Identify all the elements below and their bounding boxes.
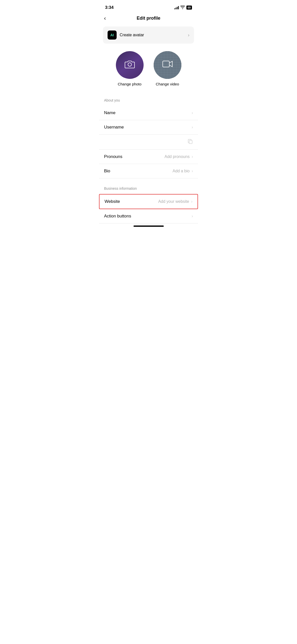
username-right: › bbox=[192, 125, 193, 130]
name-chevron: › bbox=[192, 111, 193, 115]
website-row[interactable]: Website Add your website › bbox=[99, 194, 198, 209]
bio-right: Add a bio › bbox=[173, 169, 193, 173]
change-photo-label: Change photo bbox=[118, 82, 141, 86]
ai-icon: AI bbox=[108, 30, 117, 40]
status-time: 3:34 bbox=[105, 5, 114, 10]
bio-row[interactable]: Bio Add a bio › bbox=[99, 164, 198, 178]
change-video-label: Change video bbox=[156, 82, 179, 86]
home-bar bbox=[134, 226, 164, 227]
pronouns-right: Add pronouns › bbox=[164, 154, 193, 159]
status-bar: 3:34 69 bbox=[99, 0, 198, 13]
website-chevron: › bbox=[191, 199, 192, 204]
action-buttons-right: › bbox=[192, 214, 193, 218]
bio-label: Bio bbox=[104, 169, 110, 174]
business-section: Business information Website Add your we… bbox=[99, 184, 198, 223]
change-video-circle bbox=[154, 51, 181, 79]
copy-area bbox=[99, 135, 198, 150]
create-avatar-chevron: › bbox=[188, 33, 189, 38]
home-indicator bbox=[99, 223, 198, 228]
svg-rect-1 bbox=[163, 61, 169, 67]
bio-value: Add a bio bbox=[173, 169, 190, 173]
action-buttons-row[interactable]: Action buttons › bbox=[99, 209, 198, 223]
about-you-section-header: About you bbox=[99, 96, 198, 106]
page-title: Edit profile bbox=[137, 16, 160, 21]
signal-icon bbox=[174, 6, 179, 9]
pronouns-label: Pronouns bbox=[104, 154, 122, 159]
back-button[interactable]: ‹ bbox=[104, 15, 106, 22]
status-icons: 69 bbox=[174, 6, 192, 10]
username-label: Username bbox=[104, 125, 124, 130]
page-header: ‹ Edit profile bbox=[99, 13, 198, 24]
pronouns-row[interactable]: Pronouns Add pronouns › bbox=[99, 150, 198, 164]
action-buttons-chevron: › bbox=[192, 214, 193, 218]
website-value: Add your website bbox=[158, 199, 189, 204]
svg-rect-2 bbox=[189, 140, 192, 144]
business-section-header: Business information bbox=[99, 184, 198, 194]
name-label: Name bbox=[104, 110, 115, 115]
wifi-icon bbox=[180, 6, 185, 10]
website-right: Add your website › bbox=[158, 199, 192, 204]
svg-point-0 bbox=[128, 63, 131, 66]
username-row[interactable]: Username › bbox=[99, 120, 198, 135]
battery-icon: 69 bbox=[186, 6, 192, 10]
copy-icon[interactable] bbox=[187, 139, 193, 145]
media-section: Change photo Change video bbox=[99, 49, 198, 96]
video-icon bbox=[162, 60, 173, 70]
change-photo-circle bbox=[116, 51, 144, 79]
name-right: › bbox=[192, 111, 193, 115]
name-row[interactable]: Name › bbox=[99, 106, 198, 120]
pronouns-chevron: › bbox=[192, 154, 193, 159]
username-chevron: › bbox=[192, 125, 193, 130]
action-buttons-label: Action buttons bbox=[104, 214, 131, 219]
camera-icon bbox=[125, 59, 135, 71]
website-label: Website bbox=[105, 199, 120, 204]
change-video-item[interactable]: Change video bbox=[154, 51, 181, 86]
create-avatar-banner[interactable]: AI Create avatar › bbox=[103, 26, 194, 44]
pronouns-value: Add pronouns bbox=[164, 154, 190, 159]
bio-chevron: › bbox=[192, 169, 193, 173]
change-photo-item[interactable]: Change photo bbox=[116, 51, 144, 86]
page: 3:34 69 ‹ Edit profile bbox=[99, 0, 198, 228]
content: AI Create avatar › Change photo bbox=[99, 24, 198, 223]
create-avatar-left: AI Create avatar bbox=[108, 30, 144, 40]
create-avatar-label: Create avatar bbox=[120, 33, 144, 37]
